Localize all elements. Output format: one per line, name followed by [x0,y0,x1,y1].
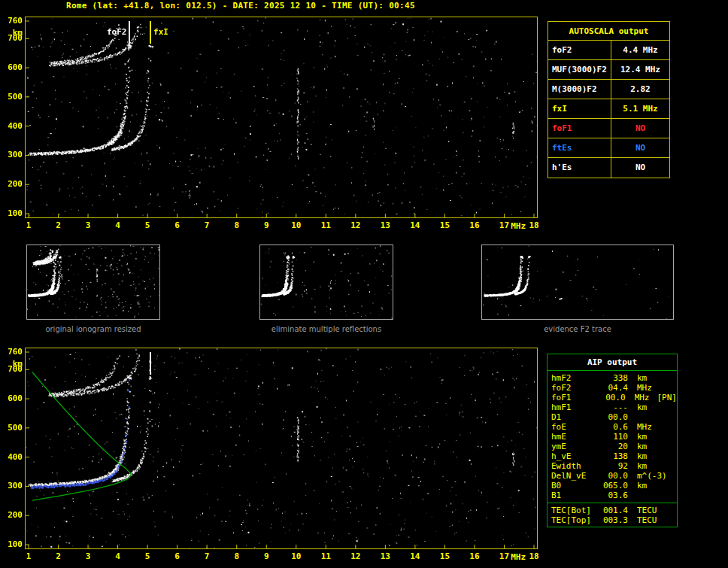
parameter-unit: km [637,442,647,451]
thumbnail-original-ionogram [26,245,160,320]
fxI-marker-label: fxI [153,27,168,37]
autoscala-app: Rome (lat: +41.8, lon: 012.5) - DATE: 20… [0,0,728,568]
autoscala-row: h'EsNO [548,158,669,178]
parameter-name: Ewidth [551,461,598,471]
aip-row: B0065.0km [548,481,677,491]
parameter-name: B1 [551,491,598,500]
y-tick-label: 400 [2,452,23,462]
parameter-value: NO [611,119,669,138]
y-tick-label: 400 [2,121,23,131]
aip-row: TEC[Top]003.3TECU [548,515,677,525]
parameter-name: B0 [551,481,598,491]
y-tick-label: 760 [2,347,23,357]
ionogram-canvas [26,17,537,217]
parameter-name: hmF2 [551,373,598,383]
parameter-name: hmE [551,432,598,442]
thumbnail-f2-trace [481,245,674,320]
y-tick-label: 300 [2,481,23,491]
x-tick-label: 11 [316,551,335,561]
aip-row: Ewidth92km [548,461,677,471]
x-tick-label: 6 [168,551,187,561]
x-tick-label: 4 [108,220,128,230]
parameter-name: M(3000)F2 [548,80,611,99]
autoscala-row: M(3000)F22.82 [548,80,669,99]
y-tick-label: 200 [2,179,23,189]
ionogram-plot-profile [25,348,538,549]
aip-row: B103.6 [548,491,677,500]
parameter-value: 4.4 MHz [611,41,669,59]
x-tick-label: 7 [197,551,217,561]
parameter-unit: MHz [637,422,652,432]
fxI-marker-line-bottom [150,352,151,375]
parameter-value: 00.0 [598,471,628,481]
parameter-value: 00.0 [596,393,626,402]
y-tick-label: 100 [2,539,23,549]
parameter-name: h'Es [548,158,611,178]
parameter-unit: km [637,402,647,412]
y-tick-label: 600 [2,393,23,403]
parameter-value: NO [611,158,669,178]
parameter-name: DelN_vE [551,471,598,481]
parameter-value: 03.6 [598,491,628,500]
parameter-name: foF1 [551,393,596,402]
y-tick-label: 600 [2,62,23,72]
parameter-value: 065.0 [598,481,628,491]
station-date-title: Rome (lat: +41.8, lon: 012.5) - DATE: 20… [66,1,415,11]
x-tick-label: 16 [465,551,484,561]
x-tick-label: 12 [346,551,366,561]
aip-row: DelN_vE00.0m^(-3) [548,471,677,481]
parameter-value: 001.4 [598,506,628,515]
autoscala-row: foF1NO [548,119,669,138]
parameter-unit: MHz [637,383,652,393]
x-tick-label: 16 [465,220,484,230]
thumbnail-f2-trace-canvas [482,245,673,319]
x-tick-label: 15 [435,220,454,230]
ionogram-plot-main: foF2 fxI [25,17,538,218]
aip-row: ymE20km [548,442,677,451]
autoscala-row: ftEsNO [548,138,669,158]
parameter-value: 338 [598,373,628,383]
parameter-value: 92 [598,461,628,471]
x-tick-label: 1 [19,551,38,561]
autoscala-row: fxI5.1 MHz [548,99,669,119]
parameter-unit: MHz [635,393,650,402]
x-tick-label: 10 [287,220,306,230]
parameter-name: TEC[Bot] [551,506,598,515]
parameter-name: foF2 [551,383,598,393]
parameter-unit: km [637,432,647,442]
aip-output-header: AIP output [548,354,677,371]
x-axis-unit: MHz [511,221,533,231]
profile-ionogram-canvas [26,348,537,548]
parameter-name: hmF1 [551,402,598,412]
y-tick-label: 500 [2,423,23,433]
x-tick-label: 8 [227,551,247,561]
thumbnail-no-multiples-canvas [260,245,393,319]
x-tick-label: 15 [435,551,454,561]
x-tick-label: 10 [287,551,306,561]
autoscala-output-header: AUTOSCALA output [548,22,669,41]
aip-rows: hmF2338kmfoF204.4MHzfoF100.0MHz[PN]hmF1-… [548,373,677,500]
y-tick-label: 300 [2,150,23,159]
x-axis-unit: MHz [511,552,533,562]
x-tick-label: 7 [197,220,217,230]
thumbnail-original-canvas [27,245,159,319]
aip-tec-rows: TEC[Bot]001.4TECUTEC[Top]003.3TECU [548,506,677,525]
parameter-name: h_vE [551,451,598,461]
parameter-value: 110 [598,432,628,442]
aip-row: foF204.4MHz [548,383,677,393]
x-tick-label: 8 [227,220,247,230]
autoscala-row: foF24.4 MHz [548,41,669,60]
parameter-value: 20 [598,442,628,451]
parameter-unit: TECU [637,506,657,515]
x-tick-label: 3 [78,220,98,230]
aip-output-table: AIP output hmF2338kmfoF204.4MHzfoF100.0M… [547,354,678,527]
parameter-unit: km [637,451,647,461]
aip-row: foE0.6MHz [548,422,677,432]
autoscala-row: MUF(3000)F212.4 MHz [548,60,669,80]
x-tick-label: 14 [405,220,425,230]
x-tick-label: 3 [78,551,98,561]
parameter-name: foF2 [548,41,611,59]
thumbnail-caption-f2-trace: evidence F2 trace [481,325,674,333]
parameter-name: ymE [551,442,598,451]
parameter-value: 00.0 [598,412,628,422]
